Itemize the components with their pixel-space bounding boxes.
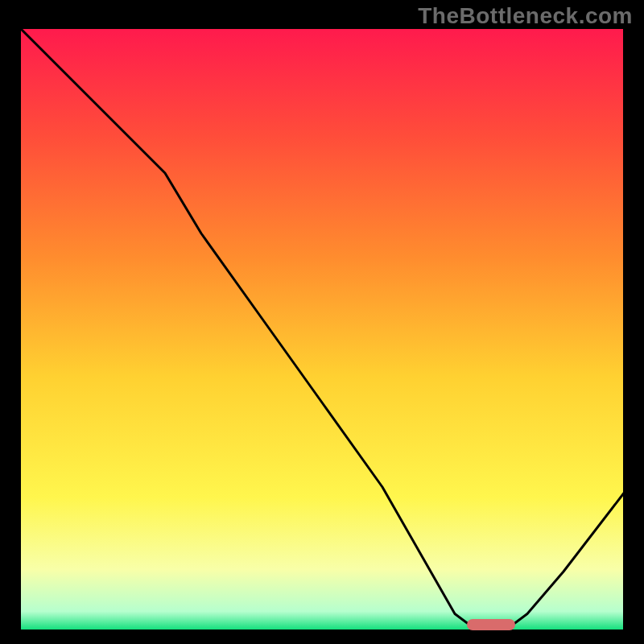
chart-frame: TheBottleneck.com [0, 0, 644, 644]
bottleneck-chart [20, 28, 624, 632]
optimal-marker [467, 619, 515, 630]
watermark-text: TheBottleneck.com [418, 3, 633, 29]
